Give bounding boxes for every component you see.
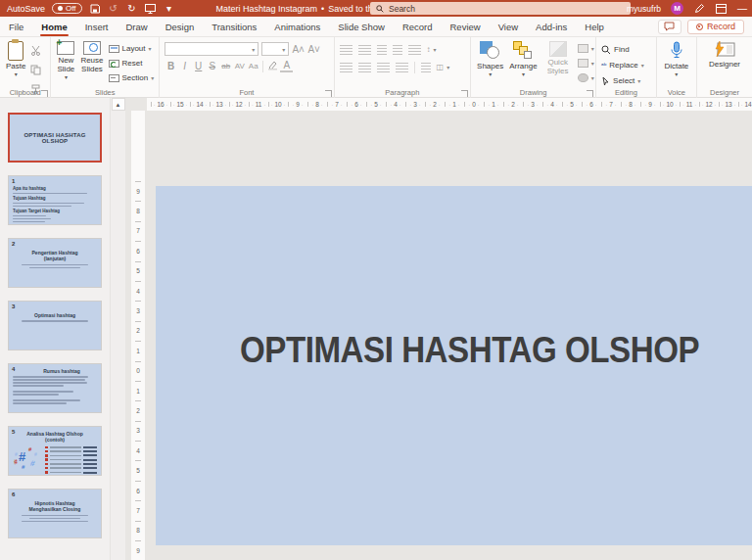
current-slide[interactable]: OPTIMASI HASHTAG OLSHOP: [156, 186, 752, 545]
hashtag-collage-image: # # # # # # #: [13, 445, 42, 475]
columns-icon[interactable]: [421, 63, 431, 72]
paste-button[interactable]: Paste ▾: [3, 39, 28, 80]
text-shadow-button[interactable]: ab: [219, 62, 232, 70]
drawing-dialog-launcher[interactable]: [587, 90, 593, 97]
layout-button[interactable]: Layout▾: [109, 42, 155, 55]
editing-group: Find ᵃᵇReplace▾ Select▾ Editing: [596, 37, 657, 98]
start-presentation-icon[interactable]: [145, 3, 157, 15]
slide-thumbnail-5[interactable]: 4Rumus hashtag: [8, 363, 102, 413]
font-color-button[interactable]: A: [280, 60, 293, 72]
section-button[interactable]: Section▾: [109, 71, 155, 84]
find-button[interactable]: Find: [601, 43, 644, 56]
inking-icon[interactable]: [693, 3, 705, 15]
slide-thumbnail-2[interactable]: 1 Apa itu hashtag Tujuan Hashtag Tujuan …: [8, 175, 102, 225]
slide-thumbnail-4[interactable]: 3Optimasi hashtag: [8, 301, 102, 350]
cut-icon[interactable]: [30, 42, 41, 60]
tab-design[interactable]: Design: [157, 17, 204, 37]
tab-review[interactable]: Review: [442, 17, 490, 37]
replace-button[interactable]: ᵃᵇReplace▾: [601, 59, 644, 71]
comments-button[interactable]: [658, 20, 682, 34]
line-spacing-icon[interactable]: [408, 45, 421, 55]
dictate-button[interactable]: Dictate ▾: [661, 39, 691, 80]
tab-view[interactable]: View: [490, 17, 527, 37]
underline-button[interactable]: U: [192, 61, 205, 71]
record-button-label: Record: [707, 22, 735, 31]
tab-transitions[interactable]: Transitions: [203, 17, 265, 37]
character-spacing-button[interactable]: AV: [233, 62, 246, 70]
shape-fill-button[interactable]: ▾: [578, 42, 594, 55]
increase-indent-icon[interactable]: [393, 45, 402, 55]
font-dialog-launcher[interactable]: [325, 90, 332, 97]
tab-add-ins[interactable]: Add-ins: [527, 17, 576, 37]
replace-icon: ᵃᵇ: [601, 62, 606, 69]
scrollbar-up-arrow-icon[interactable]: ▲: [112, 98, 125, 111]
tab-file[interactable]: File: [0, 17, 32, 37]
justify-icon[interactable]: [396, 63, 408, 72]
slide-title-text[interactable]: OPTIMASI HASHTAG OLSHOP: [240, 330, 699, 371]
tab-draw[interactable]: Draw: [117, 17, 156, 37]
minimize-icon[interactable]: —: [736, 3, 748, 15]
ribbon-tab-row: FileHomeInsertDrawDesignTransitionsAnima…: [0, 17, 752, 37]
numbering-icon[interactable]: [358, 45, 371, 55]
new-slide-button[interactable]: New Slide ▾: [54, 39, 77, 83]
slide-thumbnail-1[interactable]: OPTIMASI HASHTAG OLSHOP: [8, 113, 102, 163]
reuse-slides-icon: [83, 41, 101, 55]
bold-button[interactable]: B: [164, 61, 177, 71]
highlight-color-button[interactable]: [266, 60, 279, 72]
tab-home[interactable]: Home: [32, 17, 75, 37]
select-button[interactable]: Select▾: [601, 74, 644, 87]
tab-insert[interactable]: Insert: [76, 17, 118, 37]
strikethrough-button[interactable]: S: [206, 61, 218, 71]
align-right-icon[interactable]: [377, 63, 390, 72]
record-button[interactable]: Record: [687, 20, 744, 34]
increase-font-size-icon[interactable]: A˄: [292, 44, 305, 55]
thumbnail-scrollbar[interactable]: ▲: [110, 98, 125, 560]
save-icon[interactable]: [89, 3, 101, 15]
designer-button[interactable]: Designer: [706, 39, 743, 70]
redo-icon[interactable]: ↻: [126, 3, 138, 15]
copy-icon[interactable]: [30, 62, 41, 79]
decrease-font-size-icon[interactable]: A˅: [307, 44, 320, 55]
font-name-combobox[interactable]: ▾: [164, 42, 258, 56]
slide-thumbnail-7[interactable]: 6Hipnotis Hashtag Menghasilkan Closing: [8, 489, 102, 538]
align-left-icon[interactable]: [340, 63, 352, 72]
convert-to-smartart-icon[interactable]: ◫▾: [437, 61, 450, 73]
text-direction-icon[interactable]: ↕▾: [427, 43, 437, 56]
shape-outline-icon: [578, 59, 588, 68]
autosave-state: Off: [66, 4, 76, 13]
paragraph-dialog-launcher[interactable]: [461, 90, 468, 97]
user-name[interactable]: myusufrb: [627, 4, 661, 14]
change-case-button[interactable]: Aa: [247, 62, 259, 70]
slides-group: New Slide ▾ Reuse Slides Layout▾ Reset S…: [51, 37, 160, 98]
quick-access-toolbar-menu-icon[interactable]: ▾: [164, 3, 175, 15]
undo-icon[interactable]: ↺: [108, 3, 119, 15]
avatar[interactable]: M: [671, 2, 683, 15]
tab-animations[interactable]: Animations: [265, 17, 329, 37]
tab-record[interactable]: Record: [394, 17, 442, 37]
shape-outline-button[interactable]: ▾: [578, 57, 594, 70]
reuse-slides-button[interactable]: Reuse Slides: [77, 39, 106, 75]
reset-button[interactable]: Reset: [109, 57, 155, 70]
paragraph-group-label: Paragraph: [335, 88, 470, 97]
arrange-button[interactable]: Arrange ▾: [506, 39, 540, 80]
decrease-indent-icon[interactable]: [377, 45, 387, 55]
autosave-toggle[interactable]: Off: [52, 3, 82, 14]
slide-canvas[interactable]: OPTIMASI HASHTAG OLSHOP: [145, 111, 752, 560]
align-center-icon[interactable]: [358, 63, 371, 72]
slide-thumbnail-6[interactable]: 5Analisa Hashtag Olshop (contoh) # # # #…: [8, 426, 102, 476]
search-box[interactable]: Search: [370, 2, 631, 15]
italic-button[interactable]: I: [178, 61, 191, 71]
font-size-combobox[interactable]: ▾: [261, 42, 289, 56]
new-slide-label: New Slide: [57, 56, 74, 73]
bullets-icon[interactable]: [340, 45, 352, 55]
clipboard-dialog-launcher[interactable]: [41, 90, 48, 97]
ribbon-display-options-icon[interactable]: [715, 3, 727, 15]
font-group-label: Font: [160, 88, 333, 97]
shapes-button[interactable]: Shapes ▾: [474, 39, 506, 80]
tab-slide-show[interactable]: Slide Show: [329, 17, 394, 37]
tab-help[interactable]: Help: [576, 17, 613, 37]
shape-effects-button[interactable]: ▾: [578, 71, 594, 84]
slide-thumbnail-3[interactable]: 2Pengertian Hashtag (lanjutan): [8, 238, 102, 288]
dictate-microphone-icon: [670, 41, 683, 61]
quick-styles-button[interactable]: Quick Styles: [540, 39, 576, 77]
